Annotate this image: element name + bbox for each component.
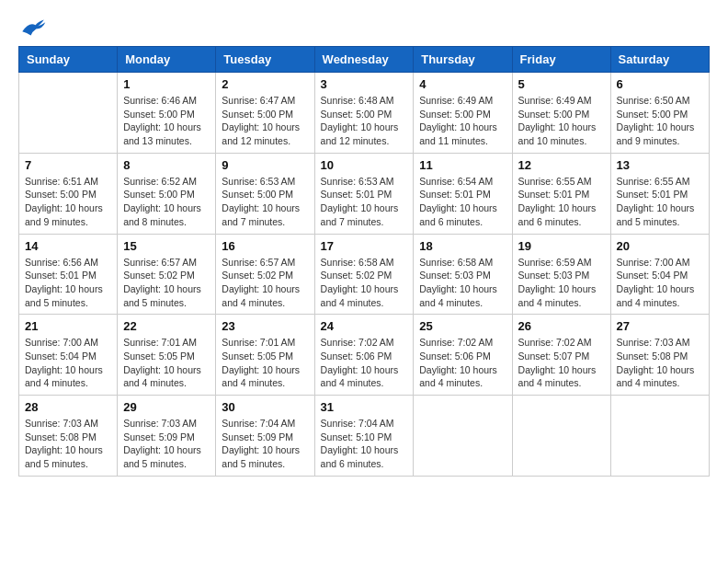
calendar-cell: 22Sunrise: 7:01 AM Sunset: 5:05 PM Dayli… [118,315,216,396]
day-info: Sunrise: 6:54 AM Sunset: 5:01 PM Dayligh… [419,175,506,229]
day-info: Sunrise: 7:00 AM Sunset: 5:04 PM Dayligh… [25,336,111,390]
calendar-cell: 31Sunrise: 7:04 AM Sunset: 5:10 PM Dayli… [314,396,414,477]
calendar-cell: 1Sunrise: 6:46 AM Sunset: 5:00 PM Daylig… [118,73,216,154]
day-info: Sunrise: 6:47 AM Sunset: 5:00 PM Dayligh… [222,94,308,148]
calendar-cell: 2Sunrise: 6:47 AM Sunset: 5:00 PM Daylig… [216,73,314,154]
day-number: 24 [321,319,408,333]
calendar-week-row: 14Sunrise: 6:56 AM Sunset: 5:01 PM Dayli… [19,234,710,315]
day-info: Sunrise: 7:00 AM Sunset: 5:04 PM Dayligh… [617,256,703,310]
day-info: Sunrise: 7:04 AM Sunset: 5:10 PM Dayligh… [321,417,408,471]
day-number: 13 [617,158,703,172]
day-info: Sunrise: 6:48 AM Sunset: 5:00 PM Dayligh… [321,94,408,148]
calendar-cell: 6Sunrise: 6:50 AM Sunset: 5:00 PM Daylig… [610,73,709,154]
day-info: Sunrise: 6:50 AM Sunset: 5:00 PM Dayligh… [617,94,703,148]
calendar-week-row: 28Sunrise: 7:03 AM Sunset: 5:08 PM Dayli… [19,396,710,477]
calendar-cell [19,73,118,154]
calendar-cell: 18Sunrise: 6:58 AM Sunset: 5:03 PM Dayli… [414,234,512,315]
day-number: 22 [123,319,210,333]
day-number: 19 [518,239,605,253]
day-number: 23 [222,319,308,333]
calendar-header-row: SundayMondayTuesdayWednesdayThursdayFrid… [19,47,710,73]
calendar-cell: 12Sunrise: 6:55 AM Sunset: 5:01 PM Dayli… [512,153,610,234]
day-number: 31 [321,400,408,414]
day-number: 17 [321,239,408,253]
day-info: Sunrise: 6:49 AM Sunset: 5:00 PM Dayligh… [518,94,605,148]
page-header [18,18,710,37]
column-header-sunday: Sunday [19,47,118,73]
day-info: Sunrise: 7:02 AM Sunset: 5:06 PM Dayligh… [419,336,506,390]
day-info: Sunrise: 6:57 AM Sunset: 5:02 PM Dayligh… [222,256,308,310]
column-header-thursday: Thursday [414,47,512,73]
day-info: Sunrise: 6:56 AM Sunset: 5:01 PM Dayligh… [25,256,111,310]
calendar-week-row: 7Sunrise: 6:51 AM Sunset: 5:00 PM Daylig… [19,153,710,234]
calendar-cell: 24Sunrise: 7:02 AM Sunset: 5:06 PM Dayli… [314,315,414,396]
day-number: 14 [25,239,111,253]
calendar-cell: 23Sunrise: 7:01 AM Sunset: 5:05 PM Dayli… [216,315,314,396]
day-number: 26 [518,319,605,333]
calendar-week-row: 21Sunrise: 7:00 AM Sunset: 5:04 PM Dayli… [19,315,710,396]
day-info: Sunrise: 6:55 AM Sunset: 5:01 PM Dayligh… [617,175,703,229]
column-header-wednesday: Wednesday [314,47,414,73]
column-header-friday: Friday [512,47,610,73]
day-number: 25 [419,319,506,333]
calendar-cell: 4Sunrise: 6:49 AM Sunset: 5:00 PM Daylig… [414,73,512,154]
calendar-cell: 9Sunrise: 6:53 AM Sunset: 5:00 PM Daylig… [216,153,314,234]
calendar-cell: 10Sunrise: 6:53 AM Sunset: 5:01 PM Dayli… [314,153,414,234]
calendar-cell: 17Sunrise: 6:58 AM Sunset: 5:02 PM Dayli… [314,234,414,315]
day-info: Sunrise: 7:01 AM Sunset: 5:05 PM Dayligh… [123,336,210,390]
day-number: 30 [222,400,308,414]
day-info: Sunrise: 7:03 AM Sunset: 5:09 PM Dayligh… [123,417,210,471]
calendar-cell: 29Sunrise: 7:03 AM Sunset: 5:09 PM Dayli… [118,396,216,477]
day-info: Sunrise: 6:51 AM Sunset: 5:00 PM Dayligh… [25,175,111,229]
day-number: 5 [518,77,605,91]
calendar-table: SundayMondayTuesdayWednesdayThursdayFrid… [18,46,710,477]
day-info: Sunrise: 6:58 AM Sunset: 5:02 PM Dayligh… [321,256,408,310]
day-info: Sunrise: 7:02 AM Sunset: 5:06 PM Dayligh… [321,336,408,390]
day-number: 7 [25,158,111,172]
day-number: 9 [222,158,308,172]
calendar-cell: 11Sunrise: 6:54 AM Sunset: 5:01 PM Dayli… [414,153,512,234]
day-number: 2 [222,77,308,91]
calendar-cell: 19Sunrise: 6:59 AM Sunset: 5:03 PM Dayli… [512,234,610,315]
calendar-cell: 21Sunrise: 7:00 AM Sunset: 5:04 PM Dayli… [19,315,118,396]
day-info: Sunrise: 6:58 AM Sunset: 5:03 PM Dayligh… [419,256,506,310]
day-number: 27 [617,319,703,333]
day-number: 21 [25,319,111,333]
day-number: 16 [222,239,308,253]
day-number: 12 [518,158,605,172]
day-number: 4 [419,77,506,91]
calendar-cell: 14Sunrise: 6:56 AM Sunset: 5:01 PM Dayli… [19,234,118,315]
logo [18,18,50,37]
day-number: 10 [321,158,408,172]
calendar-cell: 28Sunrise: 7:03 AM Sunset: 5:08 PM Dayli… [19,396,118,477]
calendar-cell [610,396,709,477]
calendar-cell: 3Sunrise: 6:48 AM Sunset: 5:00 PM Daylig… [314,73,414,154]
calendar-cell: 5Sunrise: 6:49 AM Sunset: 5:00 PM Daylig… [512,73,610,154]
day-number: 28 [25,400,111,414]
day-info: Sunrise: 6:49 AM Sunset: 5:00 PM Dayligh… [419,94,506,148]
calendar-cell: 30Sunrise: 7:04 AM Sunset: 5:09 PM Dayli… [216,396,314,477]
column-header-tuesday: Tuesday [216,47,314,73]
calendar-cell: 15Sunrise: 6:57 AM Sunset: 5:02 PM Dayli… [118,234,216,315]
calendar-cell: 25Sunrise: 7:02 AM Sunset: 5:06 PM Dayli… [414,315,512,396]
day-info: Sunrise: 6:53 AM Sunset: 5:00 PM Dayligh… [222,175,308,229]
calendar-week-row: 1Sunrise: 6:46 AM Sunset: 5:00 PM Daylig… [19,73,710,154]
calendar-cell: 20Sunrise: 7:00 AM Sunset: 5:04 PM Dayli… [610,234,709,315]
day-number: 18 [419,239,506,253]
bird-icon [18,18,46,37]
day-info: Sunrise: 7:03 AM Sunset: 5:08 PM Dayligh… [25,417,111,471]
calendar-cell [414,396,512,477]
calendar-cell: 13Sunrise: 6:55 AM Sunset: 5:01 PM Dayli… [610,153,709,234]
day-info: Sunrise: 7:02 AM Sunset: 5:07 PM Dayligh… [518,336,605,390]
day-info: Sunrise: 6:57 AM Sunset: 5:02 PM Dayligh… [123,256,210,310]
day-number: 8 [123,158,210,172]
calendar-cell: 27Sunrise: 7:03 AM Sunset: 5:08 PM Dayli… [610,315,709,396]
day-number: 3 [321,77,408,91]
day-info: Sunrise: 6:53 AM Sunset: 5:01 PM Dayligh… [321,175,408,229]
calendar-cell: 8Sunrise: 6:52 AM Sunset: 5:00 PM Daylig… [118,153,216,234]
day-info: Sunrise: 6:55 AM Sunset: 5:01 PM Dayligh… [518,175,605,229]
day-info: Sunrise: 7:01 AM Sunset: 5:05 PM Dayligh… [222,336,308,390]
day-number: 6 [617,77,703,91]
day-number: 11 [419,158,506,172]
day-info: Sunrise: 7:03 AM Sunset: 5:08 PM Dayligh… [617,336,703,390]
